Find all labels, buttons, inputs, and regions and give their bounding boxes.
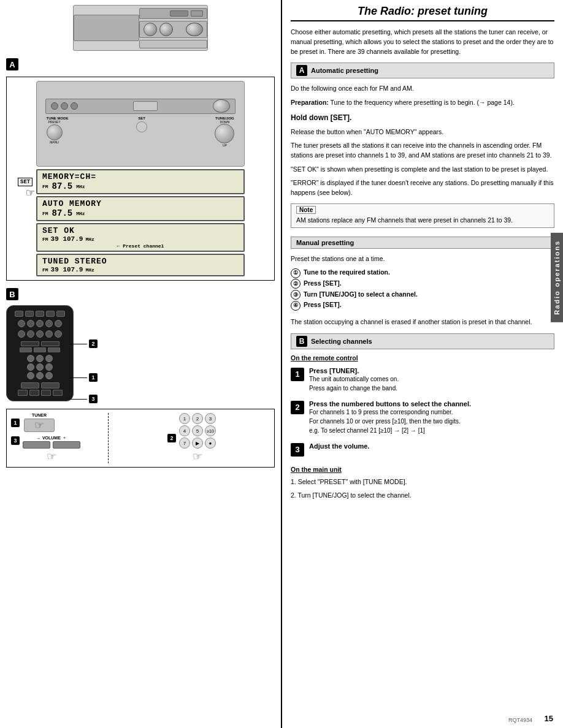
num-badge-2: 2: [167, 433, 177, 443]
indicator-3: 3: [88, 394, 98, 404]
step-1-detail-1: The unit automatically comes on.: [309, 374, 399, 384]
sec-a-letter: A: [296, 65, 307, 76]
remote-btn-round: [18, 330, 25, 338]
num-btn-3: [45, 355, 53, 362]
step-3-title: Adjust the volume.: [309, 442, 369, 450]
indicator-1: 1: [88, 373, 98, 382]
bottom-right: 2 1 2 3 4 5 ≥10 7 ▶: [112, 413, 270, 463]
note-text: AM stations replace any FM channels that…: [296, 215, 549, 225]
tuner-label: TUNER: [32, 413, 47, 417]
volume-label: VOLUME: [42, 436, 61, 440]
remote-btn-round: [27, 320, 34, 327]
remote-btn-round: [27, 330, 34, 338]
step-1-title: Press [TUNER].: [309, 367, 399, 374]
section-a-box: TUNE MODE PRESET MANU SET TUNE/JOG: [6, 77, 275, 281]
step-block-2: 2 Press the numbered buttons to select t…: [291, 400, 554, 435]
manual-presetting-header: Manual presetting: [291, 237, 554, 249]
hold-down-heading: Hold down [SET].: [291, 113, 554, 122]
section-a-text1: Do the following once each for FM and AM…: [291, 83, 554, 93]
bottom-left: 1 TUNER ☞ 3 – VOLUME +: [10, 413, 109, 463]
remote-btn-round: [45, 330, 53, 338]
remote-btn-round: [36, 320, 44, 327]
remote-btn: [15, 311, 23, 317]
step-num-1: 1: [291, 368, 304, 381]
intro-text: Choose either automatic presetting, whic…: [291, 28, 554, 56]
manual-note: The station occupying a channel is erase…: [291, 317, 554, 327]
step-2-detail-2: For channels 10 or over press [≥10], the…: [309, 417, 471, 426]
section-a-para3: "SET OK" is shown when presetting is com…: [291, 164, 554, 174]
remote-btn-round: [55, 330, 62, 338]
section-a-label: A: [6, 58, 18, 70]
manual-step-2: Press [SET].: [304, 279, 342, 287]
num-btn-8: [36, 372, 44, 379]
device-top-image: [73, 5, 208, 51]
num-btn-4: [27, 363, 34, 371]
remote-btn-round: [55, 320, 62, 327]
section-a-text2: Preparation: Tune to the frequency where…: [291, 97, 554, 107]
remote-btn-round: [36, 330, 44, 338]
step-circle-2: ②: [291, 279, 301, 289]
manual-step-1: Tune to the required station.: [304, 268, 390, 276]
page-title: The Radio: preset tuning: [291, 5, 554, 21]
section-b-heading: Selecting channels: [311, 338, 372, 345]
step-block-1: 1 Press [TUNER]. The unit automatically …: [291, 367, 554, 393]
num-btn-7: [27, 372, 34, 379]
num-btn-2: [36, 355, 44, 362]
left-panel: A TUNE MODE PRESET: [0, 0, 282, 728]
note-box: Note AM stations replace any FM channels…: [291, 203, 554, 227]
down-label: DOWN: [220, 120, 230, 124]
bottom-panel: 1 TUNER ☞ 3 – VOLUME +: [6, 409, 275, 468]
section-a-para4: "ERROR" is displayed if the tuner doesn'…: [291, 178, 554, 198]
lcd-screen-4: TUNED STEREO FM 39 107.9 MHz: [36, 254, 245, 276]
section-a-para2: The tuner presets all the stations it ca…: [291, 140, 554, 161]
remote-body: [6, 305, 74, 401]
main-unit-label: On the main unit: [291, 466, 554, 473]
lcd-section: MEMORY=CH= FM 87.5 MHz SET ☞ AUTO MEMORY: [10, 169, 270, 276]
indicator-2: 2: [88, 339, 98, 349]
remote-btn-round: [45, 320, 53, 327]
main-unit-step-1: 1. Select "PRESET" with [TUNE MODE].: [291, 477, 554, 487]
tuner-badge-1: 1: [10, 418, 20, 428]
manual-step-4: Press [SET].: [304, 301, 342, 308]
section-b-label: B: [6, 288, 18, 300]
num-btn-5: [36, 363, 44, 371]
manual-presetting-heading: Manual presetting: [296, 239, 354, 246]
lcd-screen-3: SET OK FM 39 107.9 MHz ← Preset channel: [36, 223, 245, 252]
step-2-title: Press the numbered buttons to select the…: [309, 400, 471, 408]
sec-b-letter: B: [296, 336, 307, 347]
volume-badge-3: 3: [10, 436, 20, 446]
device-front: TUNE MODE PRESET MANU SET TUNE/JOG: [36, 81, 245, 167]
vol-minus-btn[interactable]: [23, 441, 50, 449]
lcd-screen-2: AUTO MEMORY FM 87.5 MHz: [36, 196, 245, 221]
section-a-para1: Release the button when "AUTO MEMORY" ap…: [291, 127, 554, 137]
section-a-header: A Automatic presetting: [291, 63, 554, 78]
manual-steps: ① Tune to the required station. ② Press …: [291, 267, 554, 311]
main-unit-step-2: 2. Turn [TUNE/JOG] to select the channel…: [291, 490, 554, 501]
step-1-detail-2: Press again to change the band.: [309, 384, 399, 393]
remote-btn: [46, 311, 55, 317]
remote-control-label: On the remote control: [291, 354, 554, 362]
remote-btn: [56, 311, 65, 317]
manual-step-3: Turn [TUNE/JOG] to select a channel.: [304, 290, 418, 298]
preset-label: PRESET: [47, 120, 63, 124]
step-2-detail-1: For channels 1 to 9 press the correspond…: [309, 408, 471, 417]
remote-wrapper: 2 1 3: [6, 305, 275, 401]
preparation-text: Tune to the frequency where presetting i…: [329, 99, 515, 106]
num-btn-1: [27, 355, 34, 362]
step-circle-3: ③: [291, 290, 301, 300]
preparation-label: Preparation:: [291, 99, 329, 106]
step-block-3: 3 Adjust the volume.: [291, 442, 554, 457]
manu-label: MANU: [47, 140, 63, 144]
remote-btn: [25, 311, 34, 317]
right-panel: Radio operations The Radio: preset tunin…: [282, 0, 563, 728]
manual-intro: Preset the stations one at a time.: [291, 254, 554, 264]
step-2-detail-3: e.g. To select channel 21 [≥10] → [2] → …: [309, 426, 471, 435]
step-num-3: 3: [291, 443, 304, 457]
page-num: 15: [545, 714, 553, 723]
note-label: Note: [296, 206, 316, 214]
vol-plus-btn[interactable]: [53, 441, 80, 449]
num-btn-6: [45, 363, 53, 371]
section-b-header: B Selecting channels: [291, 333, 554, 349]
remote-btn: [36, 311, 44, 317]
set-label: SET: [136, 116, 147, 120]
